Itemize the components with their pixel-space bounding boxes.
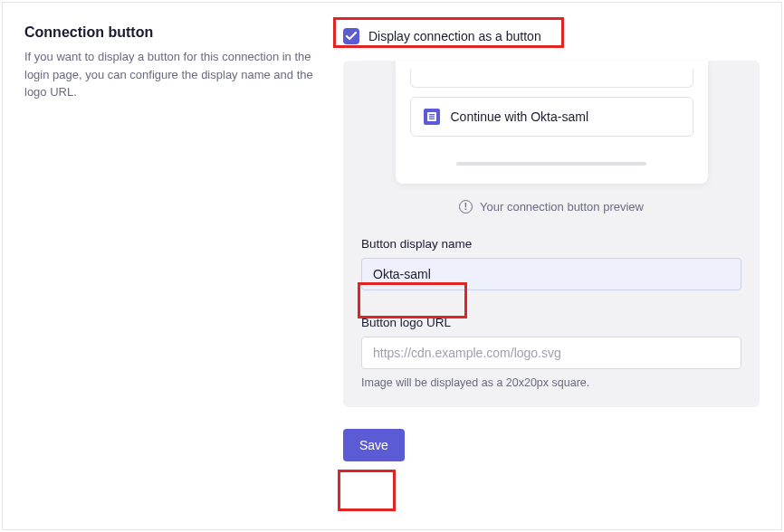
preview-divider <box>456 162 646 166</box>
display-as-button-checkbox[interactable] <box>343 28 359 44</box>
info-icon: ! <box>459 200 473 214</box>
preview-card: Continue with Okta-saml <box>396 61 708 184</box>
display-as-button-label: Display connection as a button <box>368 29 541 43</box>
checkmark-icon <box>346 32 357 41</box>
save-button[interactable]: Save <box>343 429 405 461</box>
preview-button-ghost <box>410 70 693 88</box>
section-description: If you want to display a button for this… <box>24 48 314 101</box>
display-as-button-toggle-row: Display connection as a button <box>343 28 760 44</box>
preview-panel: Continue with Okta-saml ! Your connectio… <box>343 61 760 407</box>
preview-caption-text: Your connection button preview <box>480 200 644 214</box>
svg-rect-2 <box>429 116 435 117</box>
preview-connection-button[interactable]: Continue with Okta-saml <box>410 97 693 137</box>
logo-url-helper: Image will be displayed as a 20x20px squ… <box>361 376 741 389</box>
logo-url-field: Button logo URL Image will be displayed … <box>361 316 741 389</box>
logo-url-label: Button logo URL <box>361 316 741 329</box>
display-name-input[interactable] <box>361 258 741 290</box>
preview-caption-row: ! Your connection button preview <box>361 200 741 214</box>
svg-rect-3 <box>429 119 435 119</box>
display-name-label: Button display name <box>361 237 741 251</box>
connection-logo-icon <box>424 109 440 125</box>
preview-button-text: Continue with Okta-saml <box>451 109 589 124</box>
section-title: Connection button <box>24 24 314 41</box>
svg-rect-1 <box>429 114 435 115</box>
logo-url-input[interactable] <box>361 337 741 369</box>
display-name-field: Button display name <box>361 237 741 298</box>
